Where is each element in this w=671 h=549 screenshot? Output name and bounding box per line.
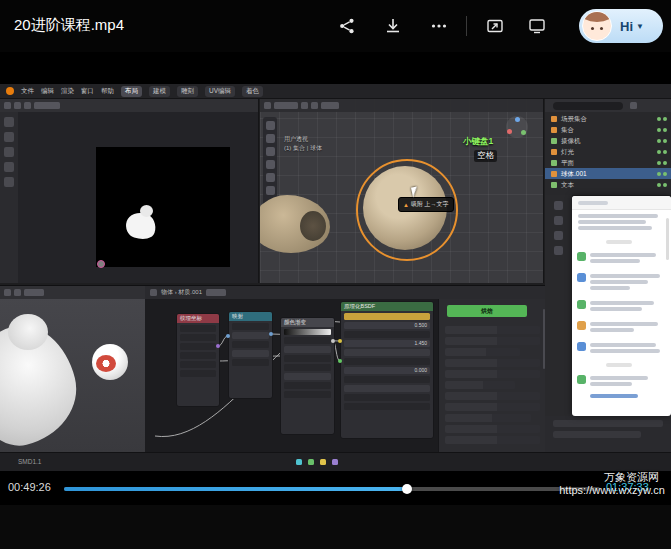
node-row <box>344 349 430 356</box>
account-button[interactable]: Hi ▼ <box>579 9 663 43</box>
editor-type-icon <box>4 102 11 109</box>
panel-scrollbar <box>543 309 545 369</box>
node-row <box>344 376 430 383</box>
viewport-header <box>260 99 543 112</box>
uv-tool-column <box>0 112 18 283</box>
property-row <box>553 431 641 438</box>
watermark-url: https://www.wxzyw.cn <box>559 484 665 496</box>
node-row <box>344 358 430 365</box>
download-icon[interactable] <box>382 15 404 37</box>
visibility-icons <box>657 128 661 132</box>
chat-avatar <box>577 375 586 384</box>
node-principled-bsdf: 原理化BSDF 0.500 1.450 0.000 <box>340 301 434 439</box>
chat-text-line <box>590 280 648 284</box>
node-row <box>284 337 331 344</box>
white-mesh-bump <box>8 314 48 350</box>
outliner-row-selected: 球体.001 <box>545 168 671 179</box>
mini-player-icon[interactable] <box>526 15 548 37</box>
blender-menu-bar: 文件 编辑 渲染 窗口 帮助 布局 建模 雕刻 UV编辑 着色 <box>0 84 671 99</box>
node-title: 映射 <box>229 312 272 321</box>
chat-text-line <box>578 226 652 230</box>
outliner-label: 场景集合 <box>561 115 587 122</box>
menu-icon <box>14 289 21 296</box>
hotkey-overlay-green: 小键盘1 <box>463 136 493 148</box>
node-row <box>284 391 331 398</box>
chat-avatar <box>577 273 586 282</box>
header-divider <box>466 16 467 36</box>
chat-text-line <box>590 343 656 347</box>
socket <box>338 339 342 343</box>
socket <box>269 332 273 336</box>
node-row <box>232 359 269 366</box>
visibility-icons <box>657 183 661 187</box>
preview-viewport <box>0 285 145 453</box>
property-row <box>553 420 663 427</box>
visibility-icons <box>657 117 661 121</box>
video-title: 20进阶课程.mp4 <box>14 16 124 35</box>
outliner-label: 球体.001 <box>561 170 587 177</box>
node-title: 纹理坐标 <box>177 314 219 323</box>
viewport-3d: 用户透视 (1) 集合 | 球体 ▲ 吸附 上→文字 小键盘1 空格 <box>260 99 544 283</box>
node-row <box>284 346 331 353</box>
color-ramp-gradient <box>284 329 331 335</box>
properties-tab-icon <box>554 231 563 240</box>
chat-text-line <box>590 349 660 353</box>
uv-2d-cursor <box>97 260 105 268</box>
video-surface[interactable]: 文件 编辑 渲染 窗口 帮助 布局 建模 雕刻 UV编辑 着色 <box>0 52 671 472</box>
eyeball-object <box>92 344 128 380</box>
flame-icon: ▲ <box>403 202 409 208</box>
video-player-window: 20进阶课程.mp4 Hi ▼ 文件 编辑 <box>0 0 671 549</box>
panel-row <box>445 403 540 411</box>
chat-text-line <box>590 322 658 326</box>
workspace-tab: 雕刻 <box>177 86 198 97</box>
menu-item: 渲染 <box>61 87 74 96</box>
panel-row <box>445 436 540 444</box>
node-row <box>284 373 331 380</box>
node-row <box>180 370 216 377</box>
chat-text-line <box>578 214 658 218</box>
node-row <box>344 403 430 410</box>
avatar <box>582 11 612 41</box>
panel-row <box>445 326 540 334</box>
node-value: 0.000 <box>344 367 430 374</box>
more-icon[interactable] <box>428 15 450 37</box>
node-row <box>180 334 216 341</box>
menu-item: 帮助 <box>101 87 114 96</box>
workspace-tab: 着色 <box>242 86 263 97</box>
visibility-icons <box>657 139 661 143</box>
tool-icon <box>266 186 275 195</box>
mesh-object-cavity <box>300 211 326 241</box>
hotkey-overlay-white: 空格 <box>474 150 497 162</box>
chat-timestamp <box>606 363 632 367</box>
socket <box>331 339 335 343</box>
snap-tooltip: ▲ 吸附 上→文字 <box>398 197 454 212</box>
chat-text-line <box>590 253 656 257</box>
menu-icon <box>14 102 21 109</box>
title-bar: 20进阶课程.mp4 Hi ▼ <box>0 0 671 52</box>
workspace-tab: 布局 <box>121 86 142 97</box>
outliner-search <box>553 102 623 110</box>
account-label: Hi <box>620 19 633 34</box>
outliner-row: 灯光 <box>545 146 671 157</box>
popup-window-icon[interactable] <box>484 15 506 37</box>
chat-avatar <box>577 300 586 309</box>
workspace-tab: 建模 <box>149 86 170 97</box>
panel-row <box>445 348 520 356</box>
visibility-icons <box>657 150 661 154</box>
menu-item: 窗口 <box>81 87 94 96</box>
node-row <box>180 352 216 359</box>
progress-bar[interactable] <box>64 487 600 491</box>
outliner-label: 摄像机 <box>561 137 581 144</box>
node-editor-side-panel: 烘焙 <box>438 299 545 453</box>
tool-icon <box>4 117 14 127</box>
share-icon[interactable] <box>336 15 358 37</box>
progress-handle[interactable] <box>402 484 412 494</box>
control-bar: 倍速 超清 字幕 SVIP 查找 选集 <box>0 505 671 549</box>
properties-panel-slice <box>545 416 671 452</box>
status-icon <box>332 459 338 465</box>
node-value: 0.500 <box>344 322 430 329</box>
watermark-site-name: 万象资源网 <box>604 470 659 485</box>
navigation-gizmo <box>506 116 528 138</box>
filter-icon <box>630 102 637 109</box>
chat-timestamp <box>606 240 632 244</box>
